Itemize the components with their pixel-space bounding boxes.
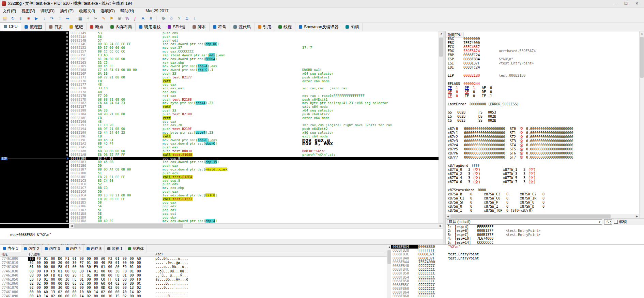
breakpoint-dot[interactable] [66, 172, 68, 174]
disasm-row[interactable]: EIP000B21B083 C4 08add esp,8 [0, 157, 439, 161]
disasm-row[interactable]: 000B21B78B 0D A4 C0 0B 00mov ecx,dword p… [0, 168, 439, 172]
breakpoint-dot[interactable] [66, 180, 68, 182]
register-line[interactable]: CS0023SS002B [446, 119, 639, 123]
dump-byte[interactable]: 00 [71, 290, 78, 294]
disasm-row[interactable]: 000B216F6A 33push 33x64 seg selector [0, 72, 439, 76]
x87sw-x87SW_I[interactable]: x87SW_I0 [448, 209, 484, 213]
tab-symbols[interactable]: 符号 [210, 23, 230, 31]
dump-byte[interactable]: 01 [42, 257, 49, 261]
scroll-right-icon[interactable]: ▶ [438, 224, 443, 228]
dump-byte[interactable]: F0 [35, 257, 42, 261]
segment-ES[interactable]: ES002B [448, 115, 478, 119]
cut-icon[interactable]: ✂ [92, 15, 99, 22]
dump-byte[interactable]: 00 [85, 257, 92, 261]
scroll-right-icon[interactable]: ▶ [634, 214, 639, 219]
tab-seh[interactable]: SEH链 [164, 23, 189, 31]
dump-byte[interactable]: FC [78, 273, 85, 278]
breakpoint-dot[interactable] [66, 121, 68, 123]
dump-byte[interactable]: 01 [114, 257, 121, 261]
register-line[interactable]: x87SW_B0x87SW_C30x87SW_C20 [446, 192, 639, 196]
dump-byte[interactable]: 01 [128, 269, 135, 273]
dump-byte[interactable]: A0 [121, 290, 128, 294]
edit-icon[interactable]: ✎ [100, 15, 107, 22]
dump-byte[interactable]: 20 [57, 261, 64, 265]
spinner-down-icon[interactable]: ▾ [610, 222, 611, 224]
dump-byte[interactable]: 13 [49, 290, 57, 294]
breakpoint-dot[interactable] [66, 191, 68, 193]
argument-row[interactable]: 5:[esp+14]CCCCCCCC [446, 241, 644, 244]
title-bar[interactable]: x32dbg - 文件: test.exe - PID: 610 - 模块: t… [0, 0, 644, 8]
x87tw-x87TW_2[interactable]: x87TW_23(空) [448, 172, 503, 176]
dump-byte[interactable]: 00 [28, 294, 35, 298]
dump-byte[interactable]: 01 [57, 273, 64, 278]
menu-item-file[interactable]: 文件(F) [0, 8, 19, 14]
register-line[interactable]: EAX00000009 [446, 37, 639, 41]
disasm-row[interactable]: 000B2152B9 37 00 00 00mov ecx,3737:'7' [0, 46, 439, 50]
dump-byte[interactable]: 00 [92, 257, 99, 261]
register-line[interactable]: EDI0088FC24 [446, 65, 639, 70]
dump-byte[interactable]: 80 [85, 290, 92, 294]
dump-byte[interactable]: 00 [107, 273, 114, 278]
disasm-row[interactable]: 000B21C78B CDmov ecx,ebp [0, 186, 439, 190]
dump-byte[interactable]: 02 [121, 294, 128, 298]
dump-byte[interactable]: FB [49, 273, 57, 278]
dump-byte[interactable]: 00 [121, 257, 128, 261]
memory-dump-panel[interactable]: 内存 1内存 2内存 3内存 4内存 5监视 1结构体 地址 十六进制 ASCI… [0, 245, 387, 298]
disasm-row[interactable]: 000B21BEE8 21 F1 FF FFcall test.B12E4 [0, 175, 439, 179]
restart-icon[interactable]: ↻ [9, 15, 16, 22]
disassembly-hscrollbar[interactable]: ◀ ▶ [0, 223, 443, 228]
breakpoint-dot[interactable] [66, 88, 68, 90]
dump-byte[interactable]: 02 [71, 286, 78, 290]
dump-byte[interactable]: 01 [42, 278, 49, 282]
font-icon[interactable]: A [139, 15, 147, 22]
register-line[interactable]: x87TW_03(空)x87TW_13(空) [446, 168, 639, 172]
breakpoint-dot[interactable] [66, 76, 68, 78]
dump-byte[interactable]: 00 [128, 273, 135, 278]
breakpoint-dot[interactable] [66, 209, 68, 211]
script-fx-icon[interactable]: ƒ [132, 15, 139, 22]
breakpoint-dot[interactable] [66, 95, 68, 97]
register-line[interactable] [446, 123, 639, 127]
segment-SS[interactable]: SS002B [478, 119, 509, 123]
disasm-row[interactable]: 000B21D75Fpop edi [0, 208, 439, 212]
dump-byte[interactable]: 13 [128, 286, 135, 290]
memory-map-icon[interactable]: ▦ [77, 15, 84, 22]
dump-byte[interactable]: F0 [42, 269, 49, 273]
dump-byte[interactable]: 00 [128, 257, 135, 261]
tab-log[interactable]: 日志 [46, 23, 66, 31]
x87sw-x87SW_C1[interactable]: x87SW_C10 [448, 196, 484, 200]
dump-row[interactable]: 77461040000060FB010020FC01000000FD010000… [0, 273, 387, 278]
disasm-row[interactable]: 000B21C652push edx [0, 182, 439, 186]
breakpoint-dot[interactable] [66, 124, 68, 126]
dump-byte[interactable]: 00 [92, 294, 99, 298]
dump-byte[interactable]: 00 [128, 294, 135, 298]
dump-tab-struct[interactable]: 结构体 [125, 245, 147, 252]
stack-row[interactable]: 0088FB5CCCCCCCCC [391, 283, 644, 287]
dump-byte[interactable]: 03 [71, 282, 78, 286]
tab-snowman[interactable]: Snowman反编译器 [295, 23, 342, 31]
x87tw-x87TW_4[interactable]: x87TW_43(空) [448, 176, 503, 180]
menu-item-debug[interactable]: 调试(D) [38, 8, 57, 14]
about-icon[interactable]: i [191, 15, 198, 22]
scroll-up-icon[interactable]: ▲ [640, 31, 644, 36]
dump-byte[interactable]: 80 [128, 282, 135, 286]
dump-byte[interactable]: 04 [107, 282, 114, 286]
settings-icon[interactable]: ⚙ [160, 15, 167, 22]
register-line[interactable]: x87TW_63(空)x87TW_73(空) [446, 180, 639, 184]
breakpoint-dot[interactable] [66, 198, 68, 200]
disasm-row[interactable]: 000B214953push ebx [0, 31, 439, 35]
dump-byte[interactable]: 00 [42, 261, 49, 265]
breakpoint-dot[interactable] [66, 150, 68, 152]
register-line[interactable] [446, 98, 639, 102]
tab-threads[interactable]: 线程 [275, 23, 295, 31]
stack-row[interactable]: 0088FB34000B8B30"%X\n" [391, 245, 644, 249]
registers-vscrollbar[interactable]: ▲ [639, 31, 644, 218]
register-line[interactable]: x87r300000000000000000000ST3空0.000000000… [446, 139, 639, 143]
dump-byte[interactable]: 30 [78, 269, 85, 273]
stack-row[interactable]: 0088FB58CCCCCCCC [391, 279, 644, 283]
dump-byte[interactable]: 15 [114, 294, 121, 298]
register-line[interactable] [446, 160, 639, 164]
flag-SF[interactable]: SF0 [465, 90, 482, 94]
run-icon[interactable]: ▶ [33, 15, 40, 22]
register-line[interactable]: LastError00000000 (ERROR_SUCCESS) [446, 102, 639, 106]
